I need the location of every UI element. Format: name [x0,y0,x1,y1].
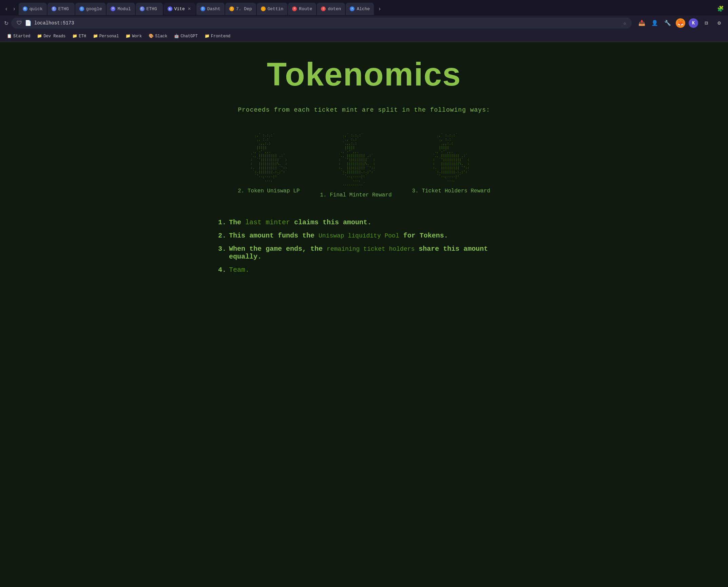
tab-label: ETHG [58,6,69,12]
ascii-label-holders: 3. Ticket Holders Reward [412,188,490,194]
page-content: Tokenomics Proceeds from each ticket min… [160,42,568,306]
page-subtitle: Proceeds from each ticket mint are split… [167,107,561,113]
extensions-icon[interactable]: 🧩 [716,4,725,14]
bookmark-started[interactable]: 📋 Started [4,33,33,39]
ascii-art-lp: .,` :.:.:` `., :.:` `.,,:.: ||||| .,`-'`… [250,134,287,183]
bookmark-slack[interactable]: 🎨 Slack [146,33,170,39]
ascii-art-holders: .,` :.:.:` `., :.:` `.,,:.: ||||| .,`-'`… [433,134,470,183]
bookmark-icon: 🎨 [149,34,154,39]
tab-label: 7. Dep [236,6,252,12]
tab-ethg2[interactable]: E ETHG [136,3,163,15]
tab-label: Dasht [207,6,221,12]
tab-label: doten [328,6,341,12]
tab-dash[interactable]: D Dasht [196,3,225,15]
bookmark-icon: 📁 [37,34,42,39]
reload-button[interactable]: ↻ [4,20,8,26]
toolbar-icons: 📥 👤 🔧 🦊 K ⊟ ⚙ [637,18,724,28]
tab-label: Gettin [268,6,284,12]
bookmark-icon: 🤖 [174,34,179,39]
bookmark-icon: 📁 [205,34,210,39]
extensions-icon[interactable]: 🔧 [663,18,672,28]
tab-label: Modul [117,6,131,12]
bookmark-label: Dev Reads [43,34,65,39]
list-text: This amount funds the Uniswap liquidity … [229,232,448,240]
ascii-art-minter: .,` :.:.:` `., :.:` `.,,:.: ||||| .,`-'`… [337,134,375,187]
tab-alche[interactable]: A Alche [346,3,374,15]
bookmark-label: Work [132,34,142,39]
list-text: Team. [229,266,249,274]
bookmark-icon: 📁 [93,34,98,39]
k-icon[interactable]: K [689,18,698,28]
tab-label: Alche [357,6,370,12]
tab-dep[interactable]: 7 7. Dep [225,3,256,15]
ascii-label-lp: 2. Token Uniswap LP [238,188,300,194]
ascii-section: .,` :.:.:` `., :.:` `.,,:.: ||||| .,`-'`… [167,134,561,198]
list-item-2: 2. This amount funds the Uniswap liquidi… [218,232,510,240]
browser-chrome: ‹ › G quick E ETHG G google M Modul E ET… [0,0,728,42]
bookmark-dev-reads[interactable]: 📁 Dev Reads [34,33,68,39]
list-item-4: 4. Team. [218,266,510,274]
tab-forward-button[interactable]: › [11,4,18,13]
tab-label: google [86,6,102,12]
address-bar[interactable]: 🛡 📄 localhost:5173 ☆ [11,18,632,29]
bookmark-label: Frontend [211,34,231,39]
tab-label: quick [30,6,43,12]
page-title: Tokenomics [167,56,561,93]
tab-router[interactable]: R Route [288,3,316,15]
bookmark-label: Started [13,34,30,39]
account-icon[interactable]: 👤 [650,18,659,28]
list-number: 3. [218,245,226,253]
list-item-1: 1. The last minter claims this amount. [218,219,510,226]
tab-close-button[interactable]: ✕ [187,6,192,11]
pocket-icon[interactable]: 📥 [637,18,647,28]
bookmarks-bar: 📋 Started 📁 Dev Reads 📁 ETH 📁 Personal 📁… [0,31,728,42]
description-list: 1. The last minter claims this amount. 2… [211,212,517,286]
bookmark-chatgpt[interactable]: 🤖 ChatGPT [171,33,200,39]
ascii-item-minter: .,` :.:.:` `., :.:` `.,,:.: ||||| .,`-'`… [320,134,391,198]
shield-icon: 🛡 [17,20,22,26]
list-number: 4. [218,266,226,274]
fox-icon[interactable]: 🦊 [676,18,685,28]
page-icon: 📄 [25,20,32,26]
list-text: The last minter claims this amount. [229,219,371,226]
ascii-item-lp: .,` :.:.:` `., :.:` `.,,:.: ||||| .,`-'`… [238,134,300,198]
tab-ethg1[interactable]: E ETHG [47,3,75,15]
bookmark-icon: 📋 [7,34,12,39]
tab-bar: ‹ › G quick E ETHG G google M Modul E ET… [0,0,728,16]
tab-back-button[interactable]: ‹ [3,4,10,13]
bookmark-label: Slack [155,34,167,39]
tab-google[interactable]: G google [75,3,106,15]
bookmark-label: ETH [79,34,86,39]
bookmark-work[interactable]: 📁 Work [123,33,145,39]
list: 1. The last minter claims this amount. 2… [218,219,510,274]
list-number: 2. [218,232,226,240]
tab-label: ETHG [147,6,157,12]
tab-getting[interactable]: ! Gettin [257,3,288,15]
ascii-label-minter: 1. Final Minter Reward [320,192,391,198]
list-number: 1. [218,219,226,226]
tab-label: Vite [174,6,185,12]
bookmark-label: ChatGPT [180,34,197,39]
ascii-item-holders: .,` :.:.:` `., :.:` `.,,:.: ||||| .,`-'`… [412,134,490,198]
star-icon[interactable]: ☆ [624,20,626,26]
tab-module[interactable]: M Modul [107,3,135,15]
tab-vite[interactable]: ▲ Vite ✕ [164,3,196,15]
address-bar-row: ↻ 🛡 📄 localhost:5173 ☆ 📥 👤 🔧 🦊 K ⊟ ⚙ [0,16,728,31]
tab-label: Route [299,6,312,12]
bookmark-frontend[interactable]: 📁 Frontend [202,33,233,39]
bookmark-personal[interactable]: 📁 Personal [90,33,122,39]
bookmark-icon: 📁 [126,34,131,39]
sidebar-icon[interactable]: ⊟ [702,18,711,28]
bookmark-icon: 📁 [72,34,77,39]
list-item-3: 3. When the game ends, the remaining tic… [218,245,510,261]
browser-controls: 🧩 [716,4,725,14]
tab-quick[interactable]: G quick [19,3,47,15]
bookmark-label: Personal [99,34,119,39]
url-text: localhost:5173 [34,20,74,26]
address-bar-icons: ☆ [624,20,626,26]
settings-icon[interactable]: ⚙ [714,18,724,28]
tab-doten[interactable]: d doten [317,3,345,15]
list-text: When the game ends, the remaining ticket… [229,245,510,261]
tab-more-button[interactable]: › [376,4,383,13]
bookmark-eth[interactable]: 📁 ETH [70,33,89,39]
